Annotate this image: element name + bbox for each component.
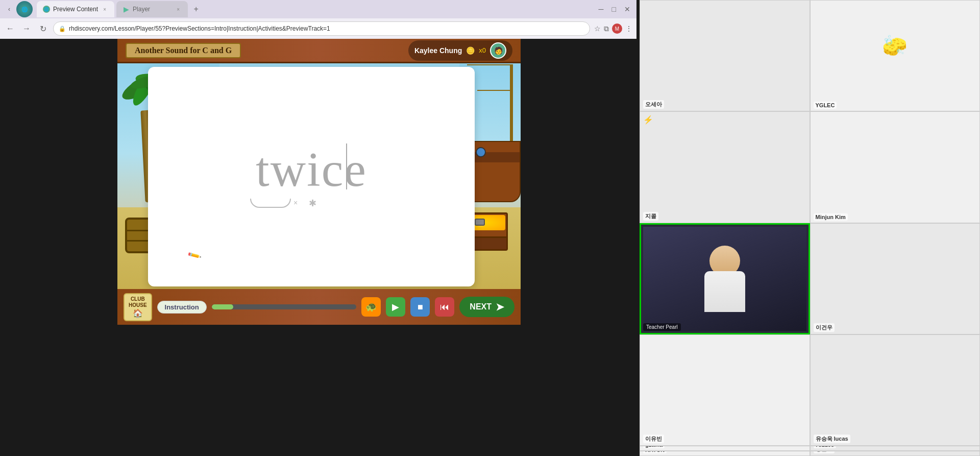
next-button[interactable]: NEXT ➤ (459, 297, 514, 317)
video-cell-igunwoo: 이건우 (810, 223, 981, 334)
bottom-controls: CLUBHOUSE 🏠 Instruction 🐢 ▶ ■ ⏮ NEXT ➤ (117, 289, 521, 325)
tab-label-player: Player (133, 6, 150, 13)
video-cell-teacher: Teacher Pearl (640, 223, 810, 334)
player-avatar: 🧑 (490, 42, 506, 59)
coin-count: x0 (479, 46, 486, 54)
video-cell-iyubin: 이유빈 (640, 334, 810, 446)
teacher-figure (704, 246, 745, 312)
forward-button[interactable]: → (20, 24, 33, 33)
participant-label-rayun: RAYUN (643, 451, 667, 453)
new-tab-button[interactable]: + (190, 3, 202, 15)
text-cursor (346, 143, 347, 189)
video-cell-yusng: 유승욱 lucas (810, 334, 981, 446)
browser-chrome: ‹ 🌐 🌐 Preview Content × ▶ Player × + ─ □… (0, 0, 636, 39)
close-button[interactable]: ✕ (622, 5, 632, 13)
tab-bar: ‹ 🌐 🌐 Preview Content × ▶ Player × + ─ □… (0, 0, 636, 18)
turtle-button[interactable]: 🐢 (361, 297, 381, 317)
stop-button[interactable]: ■ (410, 297, 430, 317)
menu-button[interactable]: ⋮ (625, 25, 632, 33)
participant-label-jangjunho: 장준호 (814, 451, 835, 453)
lesson-title: Another Sound for C and G (135, 46, 232, 55)
video-cell-rayun: RAYUN (640, 451, 810, 456)
next-arrow-icon: ➤ (496, 301, 504, 313)
content-card: twice × ✱ ✏️ (148, 67, 475, 286)
clubhouse-button[interactable]: CLUBHOUSE 🏠 (124, 293, 152, 321)
extensions-button[interactable]: ⧉ (604, 25, 609, 33)
lightning-icon: ⚡ (643, 115, 653, 125)
coin-icon: 🪙 (466, 46, 475, 55)
video-cell-jikol: ⚡ 지콜 (640, 111, 810, 223)
video-cell-yglec: 🧽 YGLEC (810, 0, 981, 111)
lock-icon: 🔒 (59, 26, 66, 32)
lesson-title-sign: Another Sound for C and G (126, 43, 241, 58)
ship-rope-1 (467, 64, 513, 65)
game-area: 💀 💰 ⚓ Another Sound for C and G (117, 39, 521, 325)
progress-bar (212, 304, 357, 309)
refresh-button[interactable]: ↻ (37, 24, 49, 34)
participant-label-gzama: gzama (643, 446, 665, 448)
minimize-button[interactable]: ─ (597, 5, 606, 13)
browser-logo: 🌐 (16, 1, 33, 17)
video-panel: 오세아 🧽 YGLEC ⚡ 지콜 Minjun Kim Teacher Pear… (640, 0, 980, 456)
tab-nav-prev[interactable]: ‹ (4, 4, 14, 14)
top-banner: Another Sound for C and G Kaylee Chung 🪙… (117, 39, 521, 63)
word-container: twice × ✱ (235, 141, 388, 213)
tab-label-preview: Preview Content (53, 6, 98, 13)
play-button[interactable]: ▶ (386, 297, 405, 317)
video-cell-minjun: Minjun Kim (810, 111, 981, 223)
participant-label-jikol: 지콜 (643, 212, 658, 221)
tab-favicon-preview: 🌐 (43, 6, 50, 13)
tab-favicon-player: ▶ (122, 6, 130, 13)
word-display: twice (256, 141, 367, 198)
next-label: NEXT (470, 302, 492, 311)
star-mark: ✱ (309, 198, 316, 209)
house-icon: 🏠 (133, 308, 143, 318)
back-button[interactable]: ← (4, 24, 16, 33)
ship-rope-2 (477, 90, 513, 91)
participant-label-iyubin: 이유빈 (643, 435, 664, 443)
participant-label-igunwoo: 이건우 (814, 323, 835, 332)
section-label: Instruction (165, 303, 199, 311)
address-bar: ← → ↻ 🔒 rhdiscovery.com/Lesson/Player/55… (0, 18, 636, 39)
phoneme-marks: × ✱ (235, 193, 388, 213)
main-content: 💀 💰 ⚓ Another Sound for C and G (0, 39, 636, 456)
video-cell-782195: 782195 (810, 446, 981, 451)
pencil-icon: ✏️ (187, 248, 202, 263)
profile-button[interactable]: M (612, 23, 622, 34)
tab-preview-content[interactable]: 🌐 Preview Content × (37, 1, 114, 17)
tab-close-player[interactable]: × (175, 6, 182, 13)
progress-fill (212, 304, 234, 309)
phoneme-arc (250, 199, 291, 208)
video-cell-osea: 오세아 (640, 0, 810, 111)
section-indicator: Instruction (157, 301, 207, 314)
player-name: Kaylee Chung (414, 46, 462, 55)
teacher-video-feed (643, 227, 806, 331)
address-actions: ☆ ⧉ M ⋮ (594, 23, 632, 34)
maximize-button[interactable]: □ (610, 5, 618, 13)
url-text: rhdiscovery.com/Lesson/Player/55?Preview… (69, 25, 330, 32)
video-cell-gzama: gzama (640, 446, 810, 451)
participant-label-yglec: YGLEC (814, 102, 837, 109)
teacher-label: Teacher Pearl (643, 323, 681, 331)
url-input[interactable]: 🔒 rhdiscovery.com/Lesson/Player/55?Previ… (53, 21, 590, 36)
participant-label-yusng: 유승욱 lucas (814, 435, 850, 443)
participant-label-782195: 782195 (814, 446, 837, 448)
participant-label-osea: 오세아 (643, 100, 664, 109)
rewind-button[interactable]: ⏮ (435, 297, 454, 317)
window-controls: ─ □ ✕ (597, 5, 632, 13)
spongebob-avatar: 🧽 (882, 34, 908, 58)
clubhouse-label: CLUBHOUSE (129, 296, 147, 308)
video-cell-jangjunho: 장준호 (810, 451, 981, 456)
x-mark: × (293, 199, 298, 207)
bookmark-button[interactable]: ☆ (594, 25, 601, 33)
teacher-body (704, 271, 745, 312)
tab-player[interactable]: ▶ Player × (116, 1, 188, 17)
player-info: Kaylee Chung 🪙 x0 🧑 (408, 40, 512, 61)
participant-label-minjun: Minjun Kim (814, 213, 848, 221)
tab-close-preview[interactable]: × (101, 6, 108, 13)
